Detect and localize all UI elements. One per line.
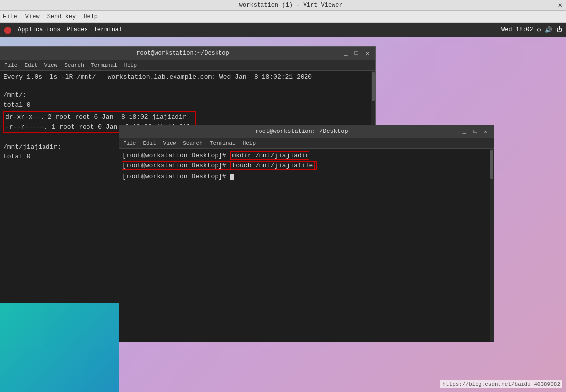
watch-header: Every 1.0s: ls -lR /mnt/ workstation.lab… [3, 73, 372, 82]
terminal2-maximize-btn[interactable]: □ [471, 128, 479, 135]
terminal1-close-btn[interactable]: ✕ [363, 50, 371, 57]
terminal1-menu-file[interactable]: File [4, 62, 17, 68]
terminal2-scrollbar-thumb[interactable] [490, 150, 493, 179]
gnome-panel-right: Wed 18:02 ⚙ 🔊 ⏻ [501, 26, 562, 34]
power-icon[interactable]: ⏻ [556, 26, 562, 34]
gnome-panel: ⬤ Applications Places Terminal Wed 18:02… [0, 23, 566, 37]
terminal2-cursor [230, 174, 234, 180]
terminal2-line1-prefix: [root@workstation Desktop]# mkdir /mnt/j… [122, 151, 491, 170]
terminal1-title: root@workstation:~/Desktop [24, 50, 342, 57]
terminal-window-2: root@workstation:~/Desktop _ □ ✕ File Ed… [119, 125, 494, 342]
virt-viewer-menubar: File View Send key Help [0, 11, 566, 23]
terminal2-menu-search[interactable]: Search [183, 140, 203, 146]
gnome-logo-icon: ⬤ [4, 26, 12, 34]
terminal1-titlebar: root@workstation:~/Desktop _ □ ✕ [0, 47, 375, 60]
terminal2-title: root@workstation:~/Desktop [143, 128, 460, 135]
terminal1-menu-edit[interactable]: Edit [24, 62, 37, 68]
terminal1-scrollbar-thumb[interactable] [372, 72, 375, 101]
terminal2-menu-terminal[interactable]: Terminal [210, 140, 236, 146]
gnome-time: Wed 18:02 [501, 26, 533, 33]
desktop-accent [0, 303, 119, 392]
terminal2-highlight-box2: touch /mnt/jiajiafile [230, 161, 315, 170]
gnome-panel-left: ⬤ Applications Places Terminal [4, 26, 122, 34]
close-icon[interactable]: ✕ [558, 1, 562, 9]
terminal2-menu-file[interactable]: File [123, 140, 136, 146]
gnome-places-menu[interactable]: Places [66, 26, 87, 33]
desktop: root@workstation:~/Desktop _ □ ✕ File Ed… [0, 37, 566, 392]
terminal1-menu-search[interactable]: Search [64, 62, 84, 68]
gnome-applications-menu[interactable]: Applications [18, 26, 60, 33]
terminal1-menu-help[interactable]: Help [124, 62, 137, 68]
volume-icon[interactable]: 🔊 [545, 26, 552, 34]
terminal2-highlight-box: mkdir /mnt/jiajiadir [root@workstation D… [122, 151, 317, 170]
gnome-terminal-menu[interactable]: Terminal [94, 26, 123, 33]
virt-viewer-title: workstation (1) - Virt Viewer [24, 2, 558, 9]
virt-viewer-menu-file[interactable]: File [3, 13, 17, 20]
virt-viewer-menu-help[interactable]: Help [84, 13, 98, 20]
watermark: https://blog.csdn.net/baidu_40389082 [440, 380, 562, 388]
terminal1-jiajiadir-line: dr-xr-x--. 2 root root 6 Jan 8 18:02 jia… [5, 112, 194, 122]
settings-icon[interactable]: ⚙ [537, 26, 541, 34]
terminal2-titlebar: root@workstation:~/Desktop _ □ ✕ [119, 125, 494, 138]
terminal1-menu-terminal[interactable]: Terminal [91, 62, 117, 68]
terminal2-close-btn[interactable]: ✕ [482, 128, 490, 135]
terminal1-text-mnt: /mnt/: total 0 [3, 90, 372, 110]
terminal2-menu-view[interactable]: View [163, 140, 176, 146]
terminal1-controls: _ □ ✕ [342, 50, 371, 57]
terminal2-controls: _ □ ✕ [460, 128, 490, 135]
terminal2-menu-edit[interactable]: Edit [143, 140, 156, 146]
terminal2-menu-help[interactable]: Help [243, 140, 256, 146]
virt-viewer-titlebar: workstation (1) - Virt Viewer ✕ [0, 0, 566, 11]
virt-viewer-menu-view[interactable]: View [25, 13, 40, 20]
terminal2-scrollbar[interactable] [490, 149, 494, 342]
terminal1-minimize-btn[interactable]: _ [342, 50, 349, 57]
terminal2-minimize-btn[interactable]: _ [460, 128, 468, 135]
terminal2-line3: [root@workstation Desktop]# [122, 172, 491, 182]
terminal1-menu-view[interactable]: View [44, 62, 57, 68]
virt-viewer-menu-sendkey[interactable]: Send key [47, 13, 76, 20]
terminal1-maximize-btn[interactable]: □ [352, 50, 360, 57]
terminal2-menubar: File Edit View Search Terminal Help [119, 138, 494, 149]
terminal2-content[interactable]: [root@workstation Desktop]# mkdir /mnt/j… [119, 149, 494, 342]
terminal1-menubar: File Edit View Search Terminal Help [0, 60, 375, 71]
